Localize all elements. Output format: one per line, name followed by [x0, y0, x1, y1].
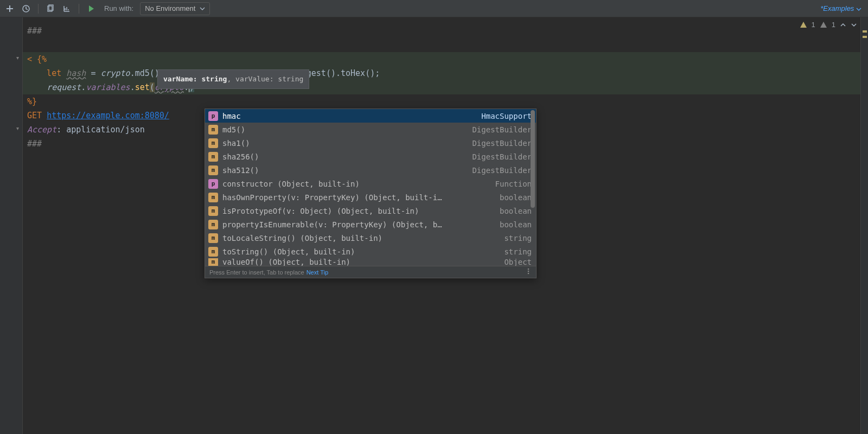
- completion-item-type: string: [504, 231, 532, 245]
- examples-label: *Examples: [820, 4, 854, 12]
- history-button[interactable]: [20, 2, 33, 15]
- completion-item-name: md5(): [222, 123, 467, 137]
- completion-item[interactable]: msha512()DigestBuilder: [205, 163, 536, 177]
- method-icon: m: [208, 220, 218, 229]
- completion-item[interactable]: mhasOwnProperty(v: PropertyKey) (Object,…: [205, 190, 536, 204]
- inspection-widget[interactable]: 1 1: [800, 21, 857, 29]
- completion-item[interactable]: mpropertyIsEnumerable(v: PropertyKey) (O…: [205, 218, 536, 231]
- method-icon: m: [208, 125, 218, 135]
- environment-select-value: No Environment: [145, 4, 195, 12]
- completion-item-name: sha256(): [222, 150, 467, 164]
- add-button[interactable]: [3, 2, 16, 15]
- chevron-down-icon[interactable]: [851, 22, 857, 28]
- history-icon: [22, 4, 30, 13]
- completion-footer-hint: Press Enter to insert, Tab to replace: [209, 265, 304, 279]
- weak-warning-count: 1: [812, 21, 815, 29]
- svg-point-5: [528, 272, 529, 274]
- chart-button[interactable]: [60, 2, 73, 15]
- copy-button[interactable]: [44, 2, 57, 15]
- completion-item-name: isPrototypeOf(v: Object) (Object, built-…: [222, 204, 494, 218]
- completion-item-type: DigestBuilder: [472, 163, 532, 177]
- method-icon: m: [208, 247, 218, 257]
- parameter-info-tooltip: varName: string, varValue: string: [157, 69, 309, 89]
- warning-count: 1: [832, 21, 835, 29]
- completion-item[interactable]: msha1()DigestBuilder: [205, 136, 536, 150]
- scrollbar-thumb[interactable]: [531, 110, 535, 208]
- property-icon: p: [208, 179, 218, 189]
- editor[interactable]: ▾ ▾ ### < {% let hash = crypto.md5().upd…: [0, 17, 868, 434]
- method-icon: m: [208, 206, 218, 216]
- completion-item-type: DigestBuilder: [472, 123, 532, 137]
- completion-item-name: hmac: [222, 109, 476, 123]
- kebab-icon: [525, 268, 532, 275]
- line-text: %}: [27, 97, 37, 106]
- method-icon: m: [208, 233, 218, 243]
- line-text: < {%: [27, 54, 47, 64]
- completion-item-name: constructor (Object, built-in): [222, 177, 490, 191]
- completion-item[interactable]: phmacHmacSupport: [205, 109, 536, 123]
- property-icon: p: [208, 111, 218, 121]
- separator: [79, 4, 79, 14]
- completion-item-name: sha512(): [222, 163, 467, 177]
- separator: [38, 4, 39, 14]
- completion-settings-button[interactable]: [525, 265, 532, 279]
- completion-item-type: boolean: [500, 218, 532, 232]
- chevron-down-icon: [856, 7, 861, 12]
- method-icon: m: [208, 165, 218, 175]
- marker-warning[interactable]: [863, 36, 867, 38]
- completion-footer: Press Enter to insert, Tab to replace Ne…: [205, 266, 536, 278]
- environment-select[interactable]: No Environment: [140, 2, 210, 15]
- chevron-up-icon[interactable]: [840, 22, 846, 28]
- examples-dropdown[interactable]: *Examples: [820, 4, 861, 12]
- completion-item[interactable]: mtoLocaleString() (Object, built-in)stri…: [205, 231, 536, 245]
- completion-item-type: boolean: [500, 190, 532, 205]
- play-icon: [87, 4, 95, 13]
- completion-item[interactable]: misPrototypeOf(v: Object) (Object, built…: [205, 204, 536, 218]
- completion-item-name: toLocaleString() (Object, built-in): [222, 231, 499, 245]
- svg-point-3: [528, 268, 529, 270]
- gutter[interactable]: ▾ ▾: [0, 17, 23, 434]
- next-tip-link[interactable]: Next Tip: [307, 265, 328, 279]
- plus-icon: [5, 4, 14, 13]
- completion-item-name: hasOwnProperty(v: PropertyKey) (Object, …: [222, 190, 494, 205]
- chevron-down-icon: [200, 6, 205, 11]
- param-rest: , varValue: string: [227, 75, 303, 83]
- warning-icon: [820, 21, 827, 29]
- completion-item-type: boolean: [500, 204, 532, 218]
- completion-item[interactable]: msha256()DigestBuilder: [205, 150, 536, 163]
- fold-toggle[interactable]: ▾: [16, 55, 22, 61]
- completion-item-type: string: [504, 245, 532, 259]
- chart-icon: [62, 4, 71, 13]
- line-text: ###: [27, 139, 42, 149]
- completion-item[interactable]: mmd5()DigestBuilder: [205, 123, 536, 136]
- copy-icon: [46, 4, 55, 13]
- completion-item-name: propertyIsEnumerable(v: PropertyKey) (Ob…: [222, 218, 494, 232]
- run-with-label: Run with:: [104, 4, 133, 12]
- completion-popup[interactable]: phmacHmacSupportmmd5()DigestBuildermsha1…: [205, 108, 537, 278]
- completion-item-type: DigestBuilder: [472, 136, 532, 150]
- svg-point-4: [528, 270, 529, 272]
- warning-icon: [800, 21, 807, 29]
- method-icon: m: [208, 152, 218, 162]
- completion-item[interactable]: pconstructor (Object, built-in)Function: [205, 177, 536, 190]
- completion-list[interactable]: phmacHmacSupportmmd5()DigestBuildermsha1…: [205, 109, 536, 266]
- method-icon: m: [208, 138, 218, 148]
- code-area[interactable]: ### < {% let hash = crypto.md5().updateW…: [23, 17, 860, 434]
- completion-item-name: toString() (Object, built-in): [222, 245, 499, 259]
- completion-item-type: Function: [495, 177, 532, 191]
- completion-item-type: DigestBuilder: [472, 150, 532, 164]
- line-blank: [23, 38, 860, 52]
- completion-item[interactable]: mtoString() (Object, built-in)string: [205, 245, 536, 258]
- line-text: ###: [27, 26, 42, 36]
- fold-toggle[interactable]: ▾: [16, 126, 22, 131]
- run-button[interactable]: [85, 2, 98, 15]
- error-stripe[interactable]: [860, 17, 868, 434]
- param-active: varName: string: [163, 75, 227, 83]
- completion-item-name: sha1(): [222, 136, 467, 150]
- marker-warning[interactable]: [863, 30, 867, 33]
- method-icon: m: [208, 193, 218, 202]
- toolbar: Run with: No Environment *Examples: [0, 0, 868, 17]
- completion-item-type: HmacSupport: [481, 109, 532, 123]
